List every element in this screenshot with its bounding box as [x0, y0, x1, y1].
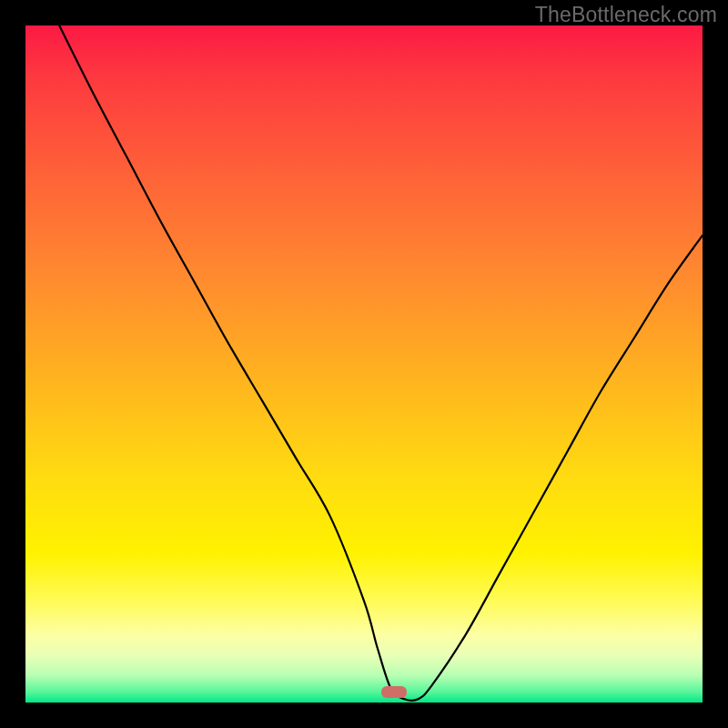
chart-frame: TheBottleneck.com — [0, 0, 728, 728]
watermark-text: TheBottleneck.com — [535, 3, 717, 27]
bottleneck-curve — [59, 25, 703, 701]
optimal-marker — [381, 686, 407, 698]
curve-svg — [25, 25, 703, 703]
plot-area — [25, 25, 703, 703]
